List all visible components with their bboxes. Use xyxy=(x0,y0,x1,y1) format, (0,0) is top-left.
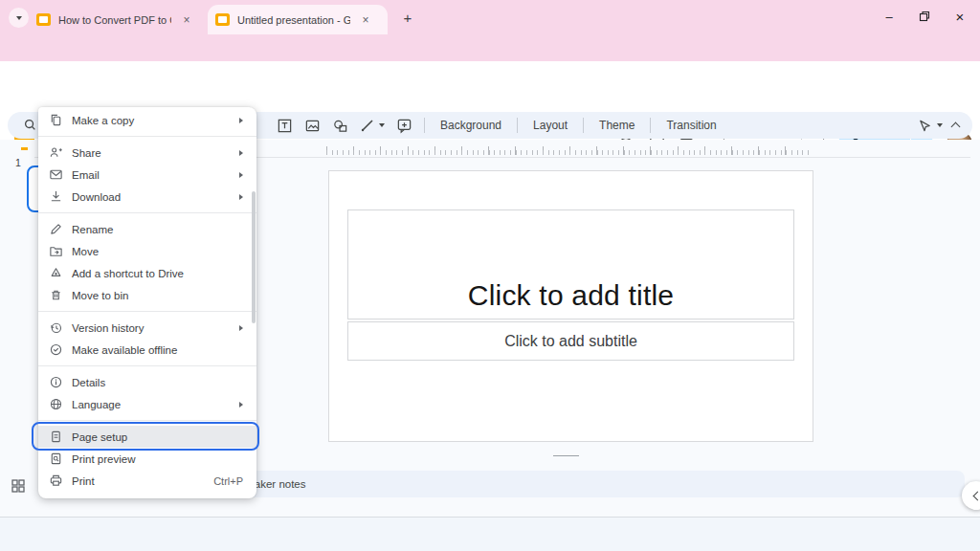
insert-shape-icon[interactable] xyxy=(332,118,348,134)
windows-taskbar: 1 Search N xyxy=(0,517,980,551)
tab-search-button[interactable] xyxy=(9,8,29,28)
restore-icon xyxy=(919,11,930,22)
menu-item-label: Add a shortcut to Drive xyxy=(72,268,243,279)
menu-item-label: Print preview xyxy=(72,453,243,465)
toolbar-search-button[interactable] xyxy=(23,118,37,132)
grid-view-icon xyxy=(11,479,25,493)
tab-close-button[interactable]: × xyxy=(358,12,373,28)
grid-view-button[interactable] xyxy=(11,479,25,493)
slide-canvas[interactable]: Click to add title Click to add subtitle xyxy=(328,170,813,442)
collapse-toolbar-icon[interactable] xyxy=(951,122,961,132)
chevron-left-icon xyxy=(973,491,980,500)
menu-item-print-preview[interactable]: Print preview xyxy=(38,448,256,470)
browser-url-bar: ← → docs.google.com/presentation/d/1CmzO… xyxy=(0,34,980,61)
menu-item-download[interactable]: Download xyxy=(38,186,256,208)
speaker-notes[interactable]: Click to add speaker notes xyxy=(172,471,965,497)
submenu-arrow-icon xyxy=(239,150,243,156)
title-placeholder-text: Click to add title xyxy=(468,279,674,312)
slide-number: 1 xyxy=(15,157,21,168)
rename-icon xyxy=(49,222,63,236)
show-side-panel-button[interactable] xyxy=(962,481,980,510)
pointer-tool-button[interactable] xyxy=(918,119,943,133)
new-tab-button[interactable]: + xyxy=(398,8,417,27)
browser-tab-inactive[interactable]: How to Convert PDF to Google × xyxy=(29,5,205,34)
subtitle-placeholder-text: Click to add subtitle xyxy=(504,333,637,350)
menu-item-move-to-bin[interactable]: Move to bin xyxy=(38,284,256,306)
tab-title: Untitled presentation - Google xyxy=(237,14,350,26)
menu-item-move[interactable]: Move xyxy=(38,240,256,262)
copy-icon xyxy=(49,113,63,127)
person-add-icon xyxy=(49,145,63,160)
tab-close-button[interactable]: × xyxy=(179,12,194,28)
chevron-down-icon xyxy=(16,16,22,20)
insert-comment-icon[interactable] xyxy=(396,118,412,134)
menu-item-language[interactable]: Language xyxy=(38,393,256,415)
submenu-arrow-icon xyxy=(239,325,243,331)
globe-icon xyxy=(49,397,63,411)
menu-item-share[interactable]: Share xyxy=(38,142,256,164)
print-icon xyxy=(49,474,63,488)
toolbar-separator xyxy=(583,118,584,133)
menu-item-print[interactable]: Print Ctrl+P xyxy=(38,470,256,492)
menu-item-label: Move xyxy=(72,246,243,257)
offline-check-icon xyxy=(49,342,63,357)
menu-divider xyxy=(38,311,256,312)
window-restore-button[interactable] xyxy=(910,4,939,29)
search-icon xyxy=(23,118,37,132)
drive-shortcut-icon xyxy=(49,266,63,280)
toolbar-separator xyxy=(650,118,651,133)
move-folder-icon xyxy=(49,244,63,258)
trash-icon xyxy=(49,288,63,302)
menu-divider xyxy=(38,420,256,421)
download-icon xyxy=(49,189,63,204)
menu-item-page-setup[interactable]: Page setup xyxy=(38,426,256,448)
slides-favicon-icon xyxy=(36,13,51,26)
chevron-down-icon xyxy=(937,123,943,127)
slides-favicon-icon xyxy=(215,13,230,26)
tab-title: How to Convert PDF to Google xyxy=(58,14,171,26)
window-close-button[interactable]: × xyxy=(946,4,974,29)
insert-line-button[interactable] xyxy=(360,118,385,133)
title-placeholder[interactable]: Click to add title xyxy=(347,209,794,320)
ruler-ticks xyxy=(326,150,813,155)
browser-tab-strip: How to Convert PDF to Google × Untitled … xyxy=(0,0,980,34)
laser-pointer-icon xyxy=(918,119,932,133)
transition-button[interactable]: Transition xyxy=(662,119,720,132)
menu-item-label: Rename xyxy=(72,224,243,235)
menu-item-add-shortcut-to-drive[interactable]: Add a shortcut to Drive xyxy=(38,262,256,284)
text-box-icon[interactable] xyxy=(277,118,293,134)
submenu-arrow-icon xyxy=(239,118,243,123)
toolbar-separator xyxy=(517,118,518,133)
menu-item-rename[interactable]: Rename xyxy=(38,218,256,240)
menu-shortcut: Ctrl+P xyxy=(213,475,243,487)
menu-item-label: Move to bin xyxy=(72,290,243,301)
menu-scrollbar[interactable] xyxy=(252,191,256,323)
menu-item-label: Download xyxy=(72,191,231,203)
file-menu: Make a copy Share Email Download Rename … xyxy=(38,107,256,498)
info-icon xyxy=(49,375,63,389)
background-button[interactable]: Background xyxy=(436,119,505,132)
menu-item-label: Print xyxy=(72,475,205,487)
menu-item-email[interactable]: Email xyxy=(38,164,256,186)
menu-item-version-history[interactable]: Version history xyxy=(38,317,256,339)
window-minimize-button[interactable]: – xyxy=(875,4,903,29)
browser-tab-active[interactable]: Untitled presentation - Google × xyxy=(208,5,388,34)
menu-item-label: Make a copy xyxy=(72,115,231,126)
menu-item-label: Details xyxy=(72,377,243,388)
menu-item-make-a-copy[interactable]: Make a copy xyxy=(38,109,256,131)
page-setup-icon xyxy=(49,430,63,444)
menu-item-label: Page setup xyxy=(72,431,243,443)
menu-item-make-available-offline[interactable]: Make available offline xyxy=(38,339,256,361)
menu-divider xyxy=(38,212,256,213)
subtitle-placeholder[interactable]: Click to add subtitle xyxy=(347,321,794,361)
menu-divider xyxy=(38,136,256,137)
menu-item-label: Language xyxy=(72,399,231,410)
menu-item-label: Email xyxy=(72,169,231,181)
menu-item-details[interactable]: Details xyxy=(38,371,256,393)
menu-item-label: Share xyxy=(72,147,231,159)
submenu-arrow-icon xyxy=(239,194,243,200)
theme-button[interactable]: Theme xyxy=(595,119,638,132)
submenu-arrow-icon xyxy=(239,402,243,408)
layout-button[interactable]: Layout xyxy=(529,119,571,132)
insert-image-icon[interactable] xyxy=(304,118,321,134)
